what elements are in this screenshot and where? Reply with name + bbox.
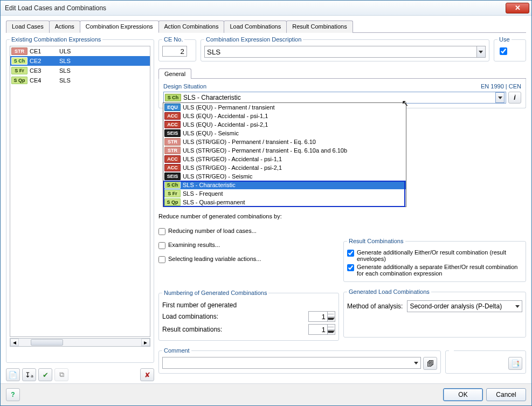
scroll-right-button[interactable]: ▸ [141, 339, 150, 346]
dropdown-item[interactable]: S QpSLS - Quasi-permanent [163, 198, 406, 207]
extra-button[interactable]: 📑 [508, 357, 522, 370]
list-item-desc: SLS [59, 67, 71, 74]
badge-seis: SEIS [164, 129, 181, 137]
spin-down-button[interactable] [327, 317, 335, 322]
tab-load-cases[interactable]: Load Cases [6, 20, 50, 33]
dropdown-item[interactable]: ACCULS (STR/GEO) - Accidental - psi-2,1 [163, 163, 406, 172]
cancel-button[interactable]: Cancel [486, 388, 526, 401]
ok-button[interactable]: OK [443, 388, 483, 401]
spin-up-button[interactable] [327, 325, 335, 330]
leading-actions-checkbox[interactable] [158, 256, 165, 263]
list-item-code: CE4 [30, 77, 59, 84]
examine-results-label: Examining results... [168, 242, 220, 248]
sort-button[interactable]: ↧ₐ [22, 368, 36, 381]
ced-input[interactable] [204, 46, 477, 58]
list-item-desc: SLS [59, 77, 71, 84]
dropdown-item-label: ULS (EQU) - Accidental - psi-2,1 [183, 121, 268, 128]
ce-no-label: CE No. [162, 36, 184, 43]
examine-results-checkbox[interactable] [158, 242, 165, 249]
gen-either-or-checkbox[interactable] [347, 250, 354, 257]
leading-actions-label: Selecting leading variable actions... [168, 256, 261, 262]
badge-acc: ACC [164, 112, 181, 120]
badge-sfr: S Fr [164, 190, 181, 197]
method-value: Second-order analysis (P-Delta) [410, 302, 502, 310]
badge-sch: S Ch [11, 57, 27, 65]
tab-load-combinations[interactable]: Load Combinations [224, 20, 287, 33]
list-item-desc: ULS [59, 48, 71, 54]
reduce-header: Reduce number of generated combinations … [158, 213, 339, 219]
design-situation-value: SLS - Characteristic [183, 94, 241, 101]
badge-seis: SEIS [164, 173, 181, 180]
info-button[interactable]: i [508, 92, 521, 104]
dropdown-item[interactable]: S ChSLS - Characteristic [163, 181, 406, 189]
load-comb-spinner[interactable] [308, 311, 335, 322]
dropdown-item-label: ULS (STR/GEO) - Accidental - psi-1,1 [183, 156, 282, 162]
dropdown-item[interactable]: EQUULS (EQU) - Permanent / transient [163, 103, 406, 112]
horiz-scrollbar[interactable]: ◂ ▸ [10, 338, 150, 347]
chevron-down-icon [414, 362, 418, 364]
load-comb-input[interactable] [309, 312, 327, 321]
window-title: Edit Load Cases and Combinations [3, 4, 506, 12]
method-label: Method of analysis: [347, 302, 403, 310]
dropdown-item-label: ULS (STR/GEO) - Accidental - psi-2,1 [183, 164, 282, 171]
scroll-left-button[interactable]: ◂ [10, 339, 19, 346]
tab-actions[interactable]: Actions [49, 20, 80, 33]
dropdown-item-label: ULS (EQU) - Accidental - psi-1,1 [183, 113, 268, 119]
expression-list[interactable]: STR CE1 ULS S Ch CE2 SLS S Fr CE3 SL [10, 46, 150, 337]
result-comb-input[interactable] [309, 325, 327, 334]
check-button[interactable]: ✔ [38, 368, 52, 381]
comment-label: Comment [162, 347, 191, 354]
existing-expr-label: Existing Combination Expressions [10, 36, 102, 43]
list-item-desc: SLS [59, 58, 71, 64]
list-item[interactable]: S Qp CE4 SLS [10, 75, 150, 85]
reduce-load-cases-checkbox[interactable] [158, 228, 165, 235]
method-select[interactable]: Second-order analysis (P-Delta) [407, 300, 522, 312]
tab-action-combinations[interactable]: Action Combinations [158, 20, 225, 33]
chevron-down-icon [498, 97, 502, 99]
dropdown-item[interactable]: SEISULS (STR/GEO) - Seismic [163, 172, 406, 181]
spin-down-button[interactable] [327, 330, 335, 335]
comment-library-button[interactable]: 🗐 [423, 357, 437, 370]
numbering-title: Numbering of Generated Combinations [162, 290, 268, 296]
dropdown-item[interactable]: ACCULS (EQU) - Accidental - psi-2,1 [163, 120, 406, 129]
dropdown-item[interactable]: STRULS (STR/GEO) - Permanent / transient… [163, 146, 406, 155]
badge-str: STR [164, 138, 181, 146]
badge-sqp: S Qp [11, 77, 27, 84]
tab-combination-expressions[interactable]: Combination Expressions [80, 20, 159, 33]
ced-label: Combination Expression Description [204, 36, 303, 43]
scroll-thumb[interactable] [31, 339, 63, 346]
ced-dropdown-button[interactable] [477, 46, 486, 58]
badge-sfr: S Fr [11, 67, 27, 74]
design-situation-dropdown-button[interactable] [495, 92, 505, 103]
dropdown-item[interactable]: ACCULS (EQU) - Accidental - psi-1,1 [163, 112, 406, 120]
main-tabs: Load Cases Actions Combination Expressio… [6, 20, 526, 33]
design-situation-select[interactable]: S Ch SLS - Characteristic [163, 92, 506, 104]
delete-button[interactable]: ✘ [140, 368, 154, 381]
spin-up-button[interactable] [327, 312, 335, 317]
chevron-down-icon [515, 305, 520, 308]
gen-lc-title: Generated Load Combinations [347, 288, 431, 295]
dropdown-item-label: ULS (STR/GEO) - Permanent / transient - … [183, 147, 347, 154]
gen-separate-either-or-checkbox[interactable] [347, 264, 354, 271]
comment-input[interactable] [162, 357, 421, 369]
close-button[interactable]: ✕ [506, 3, 529, 13]
result-comb-spinner[interactable] [308, 324, 335, 335]
help-button[interactable]: ? [6, 388, 20, 401]
badge-sch: S Ch [165, 94, 181, 101]
use-checkbox[interactable] [500, 47, 507, 55]
dropdown-item[interactable]: SEISULS (EQU) - Seismic [163, 129, 406, 137]
list-item[interactable]: STR CE1 ULS [10, 46, 150, 56]
design-situation-label: Design Situation [163, 83, 206, 90]
dropdown-item[interactable]: STRULS (STR/GEO) - Permanent / transient… [163, 137, 406, 146]
dropdown-item[interactable]: S FrSLS - Frequent [163, 189, 406, 198]
list-item[interactable]: S Fr CE3 SLS [10, 66, 150, 75]
badge-sch: S Ch [164, 181, 181, 189]
dropdown-item[interactable]: ACCULS (STR/GEO) - Accidental - psi-1,1 [163, 155, 406, 163]
design-situation-dropdown[interactable]: EQUULS (EQU) - Permanent / transient ACC… [163, 102, 406, 207]
new-button[interactable]: 📄 [6, 368, 20, 381]
badge-str: STR [164, 147, 181, 154]
list-item[interactable]: S Ch CE2 SLS [10, 56, 150, 66]
inner-tab-general[interactable]: General [158, 68, 191, 79]
ce-no-input[interactable] [162, 46, 187, 57]
tab-result-combinations[interactable]: Result Combinations [286, 20, 353, 33]
